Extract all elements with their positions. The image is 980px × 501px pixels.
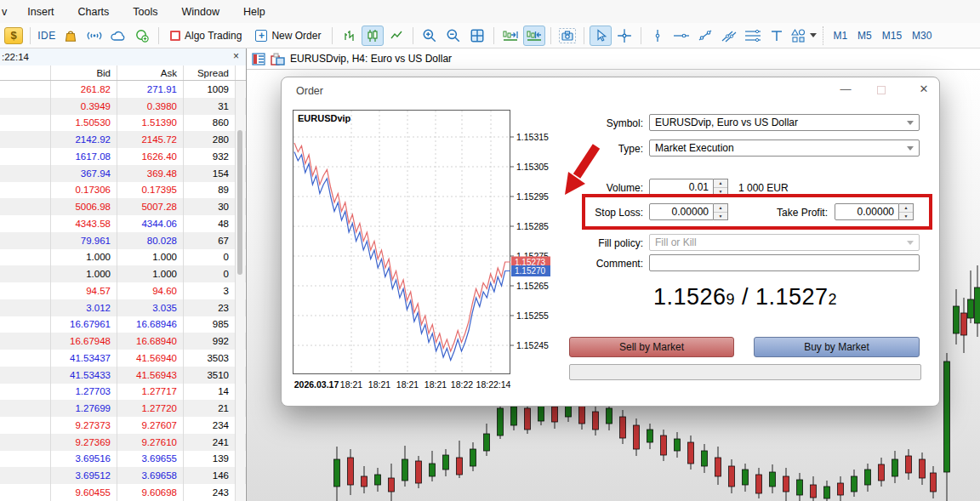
scrollbar-thumb[interactable]	[237, 130, 242, 275]
market-watch-row[interactable]: 1617.081626.40932	[0, 148, 246, 165]
vps-button[interactable]	[131, 26, 153, 46]
crosshair-button[interactable]	[613, 26, 635, 46]
text-tool[interactable]	[766, 26, 788, 46]
sym-cell	[0, 98, 51, 115]
menu-item-tools[interactable]: Tools	[121, 2, 169, 22]
trendline-tool[interactable]	[694, 26, 716, 46]
market-watch-row[interactable]: 79.96180.02867	[0, 232, 246, 249]
ask-cell: 80.028	[117, 232, 184, 249]
minimize-icon[interactable]: —	[833, 83, 858, 95]
shift-end-button[interactable]	[499, 26, 521, 46]
spr-cell: 67	[184, 232, 236, 249]
market-watch-row[interactable]: 9.273739.27607234	[0, 417, 246, 434]
cursor-button[interactable]	[590, 26, 612, 46]
svg-text:18:22:14: 18:22:14	[476, 379, 511, 390]
symbol-column-header[interactable]	[0, 65, 51, 80]
vertical-line-tool[interactable]	[647, 26, 669, 46]
spr-cell: 0	[184, 265, 236, 282]
market-watch-row[interactable]: 94.5794.603	[0, 282, 246, 299]
comment-input[interactable]	[649, 254, 920, 271]
ide-button[interactable]: IDE	[36, 26, 58, 46]
candlestick-mode-button[interactable]	[362, 26, 384, 46]
market-watch-row[interactable]: 367.94369.48154	[0, 165, 246, 182]
channel-tool[interactable]	[718, 26, 740, 46]
spin-up-icon[interactable]: ▲	[899, 204, 913, 213]
horizontal-line-tool[interactable]	[670, 26, 692, 46]
timeframe-m1-button[interactable]: M1	[828, 26, 852, 45]
volume-stepper[interactable]: ▲▼	[714, 179, 728, 196]
ask-column-header[interactable]: Ask	[117, 65, 184, 80]
market-button[interactable]	[60, 26, 82, 46]
svg-text:18:21: 18:21	[340, 379, 362, 390]
spin-up-icon[interactable]: ▲	[714, 179, 727, 188]
cloud-button[interactable]	[107, 26, 129, 46]
line-chart-mode-button[interactable]	[385, 26, 407, 46]
menu-item-help[interactable]: Help	[231, 2, 277, 22]
market-watch-row[interactable]: 1.276991.2772021	[0, 400, 246, 417]
symbol-select[interactable]: EURUSDvip, Euro vs US Dollar	[649, 114, 920, 131]
fibonacci-tool[interactable]	[742, 26, 764, 46]
algo-trading-button[interactable]: Algo Trading	[164, 26, 248, 46]
chart-list-icon[interactable]	[252, 53, 265, 65]
close-icon[interactable]: ✕	[911, 83, 937, 95]
market-watch-row[interactable]: 1.277031.2771714	[0, 384, 246, 401]
auto-scroll-button[interactable]	[523, 26, 545, 46]
market-watch-row[interactable]: 5006.985007.2830	[0, 198, 246, 215]
chart-tab-title[interactable]: EURUSDvip, H4: Euro vs US Dollar	[290, 53, 452, 65]
market-watch-row[interactable]: 2142.922145.72280	[0, 131, 246, 148]
market-watch-row[interactable]: 16.6794816.68940992	[0, 333, 246, 350]
bid-column-header[interactable]: Bid	[51, 65, 117, 80]
type-select[interactable]: Market Execution	[649, 139, 920, 157]
screenshot-button[interactable]	[556, 26, 578, 46]
maximize-icon[interactable]	[877, 86, 886, 94]
market-watch-row[interactable]: 0.39490.398031	[0, 98, 246, 115]
timeframe-m30-button[interactable]: M30	[907, 26, 937, 45]
market-watch-row[interactable]: 0.173060.1739589	[0, 182, 246, 199]
market-watch-row[interactable]: 16.6796116.68946985	[0, 316, 246, 333]
menu-item-window[interactable]: Window	[170, 2, 231, 22]
spin-down-icon[interactable]: ▼	[899, 213, 913, 220]
market-watch-row[interactable]: 41.5343741.569403503	[0, 350, 246, 367]
market-watch-row[interactable]: 261.82271.911009	[0, 81, 246, 98]
accounts-button[interactable]: $	[3, 26, 25, 46]
market-watch-scrollbar[interactable]	[236, 81, 245, 501]
menu-item-insert[interactable]: Insert	[15, 2, 66, 22]
take-profit-stepper[interactable]: ▲▼	[899, 203, 914, 220]
timeframe-m5-button[interactable]: M5	[852, 26, 877, 45]
new-order-button[interactable]: + New Order	[249, 26, 327, 46]
zoom-out-button[interactable]	[442, 26, 464, 46]
market-watch-row[interactable]: 1.505301.51390860	[0, 115, 246, 132]
timeframe-m15-button[interactable]: M15	[877, 26, 907, 45]
take-profit-input[interactable]	[835, 203, 899, 220]
market-watch-row[interactable]: 9.273699.27610241	[0, 434, 246, 451]
spr-cell: 89	[184, 182, 236, 199]
sym-cell	[0, 165, 51, 182]
menu-item-charts[interactable]: Charts	[66, 2, 122, 22]
spin-down-icon[interactable]: ▼	[714, 188, 727, 196]
candlestick-icon	[365, 29, 380, 43]
market-watch-row[interactable]: 1.0001.0000	[0, 249, 246, 266]
market-watch-row[interactable]: 41.5343341.569433510	[0, 367, 246, 384]
shapes-tool[interactable]	[789, 26, 818, 46]
market-watch-close-icon[interactable]: ×	[233, 50, 239, 62]
svg-text:2026.03.17: 2026.03.17	[294, 379, 339, 390]
chevron-down-icon	[907, 121, 914, 125]
spr-cell: 146	[184, 467, 236, 484]
market-watch-row[interactable]: 4343.584344.0648	[0, 215, 246, 232]
signals-button[interactable]	[83, 26, 105, 46]
market-watch-row[interactable]: 3.695123.69658146	[0, 467, 246, 484]
market-watch-row[interactable]: 3.695163.69655139	[0, 451, 246, 468]
spread-column-header[interactable]: Spread	[184, 65, 236, 80]
market-watch-row[interactable]: 9.604559.60698243	[0, 484, 246, 501]
sell-by-market-button[interactable]: Sell by Market	[569, 337, 734, 357]
stop-loss-input[interactable]	[649, 203, 714, 220]
bar-chart-mode-button[interactable]	[338, 26, 360, 46]
menu-item-v[interactable]: v	[0, 2, 15, 22]
volume-input[interactable]	[649, 179, 714, 196]
zoom-in-button[interactable]	[419, 26, 441, 46]
buy-by-market-button[interactable]: Buy by Market	[754, 337, 920, 357]
market-watch-row[interactable]: 1.0001.0000	[0, 265, 246, 282]
tile-windows-button[interactable]	[466, 26, 488, 46]
chart-window-icon[interactable]	[271, 53, 285, 65]
market-watch-row[interactable]: 3.0123.03523	[0, 299, 246, 316]
